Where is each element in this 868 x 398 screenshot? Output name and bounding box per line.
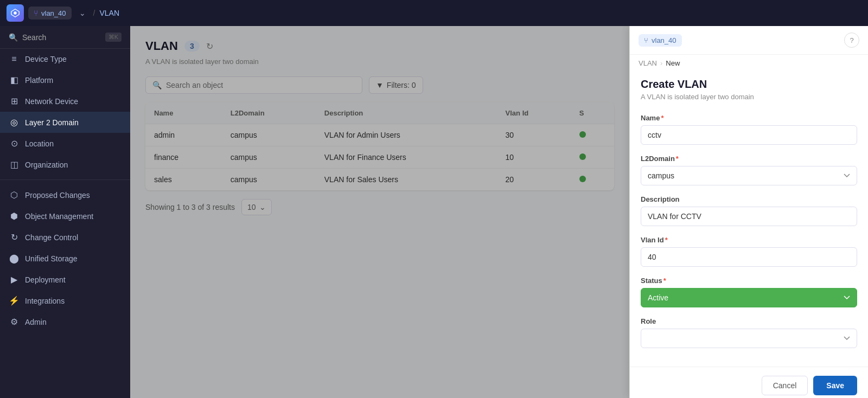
vlan-id-input[interactable] [641, 247, 857, 267]
l2domain-label: L2Domain* [641, 155, 857, 163]
sidebar-item-label: Deployment [25, 275, 66, 284]
proposed-changes-icon: ⬡ [9, 190, 20, 200]
unified-storage-icon: ⬤ [9, 253, 20, 264]
role-label: Role [641, 317, 857, 325]
breadcrumb-separator: › [660, 59, 662, 67]
breadcrumb-parent: VLAN [639, 59, 657, 67]
panel-branch-tag: ⑂ vlan_40 [639, 34, 682, 47]
branch-chevron[interactable]: ⌄ [76, 7, 89, 20]
vlan-id-field-group: Vlan Id* [641, 236, 857, 267]
sidebar-item-label: Proposed Changes [25, 191, 90, 200]
sidebar: 🔍 Search ⌘K ≡ Device Type ◧ Platform ⊞ N… [0, 26, 130, 398]
app-logo [7, 4, 24, 22]
panel-footer: Cancel Save [630, 367, 868, 398]
sidebar-item-network-device[interactable]: ⊞ Network Device [0, 91, 130, 112]
sidebar-item-admin[interactable]: ⚙ Admin [0, 311, 130, 332]
panel-topbar: ⑂ vlan_40 ? [630, 26, 868, 55]
panel-title: Create VLAN [641, 78, 857, 91]
sidebar-item-label: Device Type [25, 55, 67, 63]
help-icon: ? [850, 36, 853, 44]
l2domain-field-group: L2Domain* campus [641, 155, 857, 185]
integrations-icon: ⚡ [9, 296, 20, 306]
sidebar-item-label: Admin [25, 318, 47, 326]
sidebar-item-unified-storage[interactable]: ⬤ Unified Storage [0, 248, 130, 269]
status-field-group: Status* Active [641, 277, 857, 307]
name-field-group: Name* [641, 114, 857, 145]
search-shortcut: ⌘K [105, 33, 122, 42]
sidebar-item-change-control[interactable]: ↻ Change Control [0, 227, 130, 248]
topbar: ⑂ vlan_40 ⌄ / VLAN [0, 0, 868, 26]
status-label: Status* [641, 277, 857, 285]
side-panel: ⑂ vlan_40 ? VLAN › New Create VLAN A VLA… [629, 26, 868, 398]
breadcrumb-current: New [666, 59, 680, 67]
panel-branch-name: vlan_40 [652, 36, 676, 44]
search-icon: 🔍 [9, 33, 18, 42]
role-field-group: Role [641, 317, 857, 348]
sidebar-divider-1 [0, 179, 130, 180]
sidebar-item-deployment[interactable]: ▶ Deployment [0, 269, 130, 290]
organization-icon: ◫ [9, 159, 20, 170]
platform-icon: ◧ [9, 75, 20, 85]
sidebar-item-label: Unified Storage [25, 254, 78, 263]
topbar-page-label: VLAN [99, 9, 119, 17]
status-select[interactable]: Active [641, 288, 857, 307]
sidebar-item-device-type[interactable]: ≡ Device Type [0, 49, 130, 69]
sidebar-item-organization[interactable]: ◫ Organization [0, 154, 130, 175]
save-button[interactable]: Save [813, 376, 857, 395]
sidebar-item-label: Object Management [25, 212, 93, 221]
search-label: Search [22, 33, 46, 42]
help-button[interactable]: ? [844, 33, 859, 48]
main-layout: 🔍 Search ⌘K ≡ Device Type ◧ Platform ⊞ N… [0, 26, 868, 398]
description-field-group: Description [641, 195, 857, 226]
name-label: Name* [641, 114, 857, 122]
location-icon: ⊙ [9, 138, 20, 149]
change-control-icon: ↻ [9, 232, 20, 242]
network-device-icon: ⊞ [9, 96, 20, 106]
device-type-icon: ≡ [9, 54, 20, 64]
branch-name: vlan_40 [41, 9, 66, 17]
content-area: VLAN 3 ↻ A VLAN is isolated layer two do… [130, 26, 629, 398]
sidebar-item-location[interactable]: ⊙ Location [0, 133, 130, 154]
description-input[interactable] [641, 207, 857, 226]
object-management-icon: ⬢ [9, 211, 20, 221]
sidebar-item-label: Network Device [25, 97, 78, 106]
sidebar-item-label: Layer 2 Domain [25, 118, 79, 127]
cancel-button[interactable]: Cancel [762, 376, 808, 395]
svg-point-1 [14, 11, 16, 14]
role-select[interactable] [641, 329, 857, 348]
panel-body: Create VLAN A VLAN is isolated layer two… [630, 69, 868, 367]
sidebar-item-integrations[interactable]: ⚡ Integrations [0, 290, 130, 311]
layer2-domain-icon: ◎ [9, 117, 20, 127]
panel-branch-icon: ⑂ [644, 36, 648, 44]
branch-selector[interactable]: ⑂ vlan_40 [28, 7, 72, 20]
sidebar-item-platform[interactable]: ◧ Platform [0, 69, 130, 91]
sidebar-search[interactable]: 🔍 Search ⌘K [0, 26, 130, 49]
sidebar-item-label: Organization [25, 161, 68, 169]
sidebar-item-layer2-domain[interactable]: ◎ Layer 2 Domain [0, 112, 130, 133]
description-label: Description [641, 195, 857, 203]
sidebar-item-proposed-changes[interactable]: ⬡ Proposed Changes [0, 184, 130, 206]
branch-icon: ⑂ [34, 9, 38, 17]
sidebar-item-object-management[interactable]: ⬢ Object Management [0, 206, 130, 227]
vlan-id-label: Vlan Id* [641, 236, 857, 244]
panel-subtitle: A VLAN is isolated layer two domain [641, 93, 857, 101]
deployment-icon: ▶ [9, 274, 20, 285]
sidebar-item-label: Integrations [25, 297, 65, 305]
sidebar-item-label: Location [25, 139, 54, 148]
l2domain-select[interactable]: campus [641, 166, 857, 185]
admin-icon: ⚙ [9, 317, 20, 327]
sidebar-item-label: Change Control [25, 233, 78, 242]
name-input[interactable] [641, 125, 857, 145]
sidebar-item-label: Platform [25, 76, 53, 85]
overlay [130, 26, 629, 398]
breadcrumb: VLAN › New [630, 55, 868, 69]
